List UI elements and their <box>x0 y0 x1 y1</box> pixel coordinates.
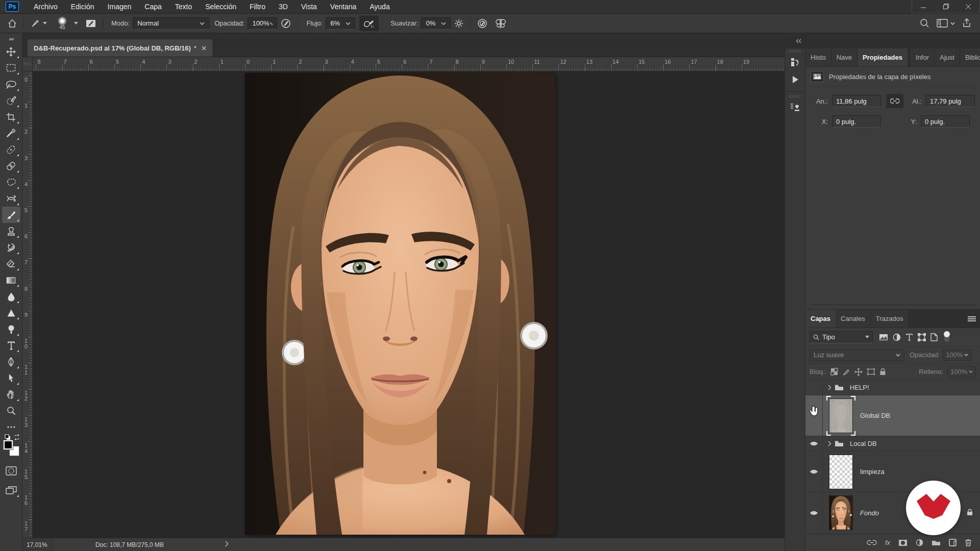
rectangular-marquee-tool[interactable] <box>2 60 20 76</box>
filter-toggle-switch[interactable] <box>944 333 949 342</box>
new-adjustment-layer-icon[interactable] <box>916 539 923 546</box>
layer-thumbnail[interactable] <box>829 398 853 433</box>
lock-artboard-icon[interactable] <box>867 368 875 375</box>
clone-stamp-tool[interactable] <box>2 223 20 239</box>
zoom-level-field[interactable]: 17,01% <box>22 538 53 551</box>
tab-capas[interactable]: Capas <box>805 310 836 328</box>
expand-dock-icon[interactable] <box>796 39 802 43</box>
layers-panel-menu-icon[interactable] <box>968 310 980 328</box>
eraser-tool[interactable] <box>2 256 20 272</box>
lock-all-icon[interactable] <box>879 368 886 375</box>
opacity-input[interactable]: 100% <box>248 17 277 30</box>
restore-button[interactable] <box>935 0 957 13</box>
layer-filter-select[interactable]: Tipo <box>810 331 873 343</box>
layer-style-icon[interactable]: fx <box>885 539 890 546</box>
link-dimensions-icon[interactable] <box>886 94 903 108</box>
screen-mode-icon[interactable] <box>2 482 20 498</box>
healing-brush-tool[interactable] <box>2 158 20 174</box>
collapse-toolbar-icon[interactable] <box>0 35 22 43</box>
blur-tool[interactable] <box>2 288 20 305</box>
document-tab[interactable]: D&B-Recuperado.psd al 17% (Global DB, RG… <box>28 39 212 57</box>
pen-tool[interactable] <box>2 354 20 370</box>
menu-3d[interactable]: 3D <box>272 0 295 13</box>
gradient-tool[interactable] <box>2 272 20 288</box>
lasso-tool[interactable] <box>2 76 20 92</box>
menu-ayuda[interactable]: Ayuda <box>363 0 396 13</box>
home-icon[interactable] <box>4 16 20 31</box>
clone-source-panel-icon[interactable] <box>785 99 805 116</box>
visibility-toggle[interactable] <box>805 452 823 492</box>
close-tab-icon[interactable] <box>202 46 206 51</box>
tab-trazados[interactable]: Trazados <box>871 310 909 328</box>
expand-group-icon[interactable] <box>828 385 831 390</box>
visibility-toggle[interactable] <box>805 436 823 451</box>
layer-row-global-db[interactable]: Global DB <box>805 395 980 436</box>
selection-brush-tool[interactable] <box>2 92 20 109</box>
content-aware-move-tool[interactable] <box>2 190 20 207</box>
layer-row-limpieza[interactable]: limpieza <box>805 452 980 492</box>
y-input[interactable]: 0 pulg. <box>921 115 970 128</box>
height-input[interactable]: 17,79 pulg <box>926 95 975 107</box>
tab-informacion[interactable]: Infor <box>911 48 935 66</box>
tab-bibliotecas[interactable]: Biblio <box>960 48 980 66</box>
status-options-chevron[interactable] <box>225 541 229 548</box>
lock-transparency-icon[interactable] <box>830 368 838 375</box>
tab-historia[interactable]: Histo <box>805 48 831 66</box>
menu-seleccion[interactable]: Selección <box>199 0 243 13</box>
search-icon[interactable] <box>916 16 933 31</box>
menu-vista[interactable]: Vista <box>295 0 324 13</box>
expand-group-icon[interactable] <box>828 441 831 446</box>
hand-tool[interactable] <box>2 386 20 403</box>
history-brush-tool[interactable] <box>2 239 20 256</box>
menu-capa[interactable]: Capa <box>138 0 168 13</box>
move-tool[interactable] <box>2 43 20 60</box>
lock-pixels-icon[interactable] <box>842 368 850 376</box>
menu-imagen[interactable]: Imagen <box>101 0 138 13</box>
flow-input[interactable]: 6% <box>326 17 355 30</box>
blend-mode-select[interactable]: Luz suave <box>810 349 904 361</box>
pressure-size-icon[interactable] <box>474 16 491 31</box>
tab-canales[interactable]: Canales <box>836 310 871 328</box>
visibility-toggle[interactable] <box>805 492 823 533</box>
pressure-opacity-icon[interactable] <box>277 16 295 31</box>
smoothing-gear-icon[interactable] <box>451 16 467 31</box>
filter-adjustment-layers-icon[interactable] <box>893 333 901 341</box>
new-group-icon[interactable] <box>932 539 941 546</box>
filter-shape-layers-icon[interactable] <box>918 333 926 341</box>
link-layers-icon[interactable] <box>867 540 877 545</box>
new-layer-icon[interactable] <box>949 539 957 546</box>
eyedropper-tool[interactable] <box>2 125 20 141</box>
fill-input[interactable]: 100% <box>947 366 976 378</box>
menu-ventana[interactable]: Ventana <box>324 0 363 13</box>
tab-ajustes[interactable]: Ajust <box>935 48 960 66</box>
filter-pixel-layers-icon[interactable] <box>879 334 888 341</box>
layer-row-help[interactable]: HELP! <box>805 380 980 395</box>
brush-tool-preset-icon[interactable] <box>27 16 51 31</box>
brush-picker-chevron[interactable] <box>74 22 78 24</box>
swap-colors-icon[interactable] <box>14 433 20 442</box>
menu-filtro[interactable]: Filtro <box>243 0 272 13</box>
path-selection-tool[interactable] <box>2 370 20 386</box>
dodge-tool[interactable] <box>2 321 20 337</box>
paint-symmetry-icon[interactable] <box>491 16 510 31</box>
zoom-tool[interactable] <box>2 403 20 419</box>
type-tool[interactable] <box>2 337 20 354</box>
layer-opacity-input[interactable]: 100% <box>943 349 971 361</box>
document-image[interactable] <box>245 73 555 535</box>
menu-archivo[interactable]: Archivo <box>27 0 64 13</box>
layer-thumbnail[interactable] <box>829 455 853 489</box>
minimize-button[interactable] <box>912 0 935 13</box>
workspace-icon[interactable] <box>933 16 959 31</box>
filter-type-layers-icon[interactable] <box>905 334 913 341</box>
layer-thumbnail[interactable] <box>829 495 853 530</box>
filter-smart-objects-icon[interactable] <box>930 333 938 341</box>
spot-healing-brush-tool[interactable] <box>2 141 20 158</box>
share-icon[interactable] <box>959 16 975 31</box>
actions-panel-icon[interactable] <box>785 71 805 88</box>
history-panel-icon[interactable] <box>785 54 805 71</box>
x-input[interactable]: 0 pulg. <box>832 115 881 128</box>
layer-row-local-db[interactable]: Local DB <box>805 436 980 452</box>
close-button[interactable] <box>957 0 979 13</box>
foreground-color[interactable] <box>4 440 13 449</box>
pasteboard[interactable] <box>33 71 785 538</box>
